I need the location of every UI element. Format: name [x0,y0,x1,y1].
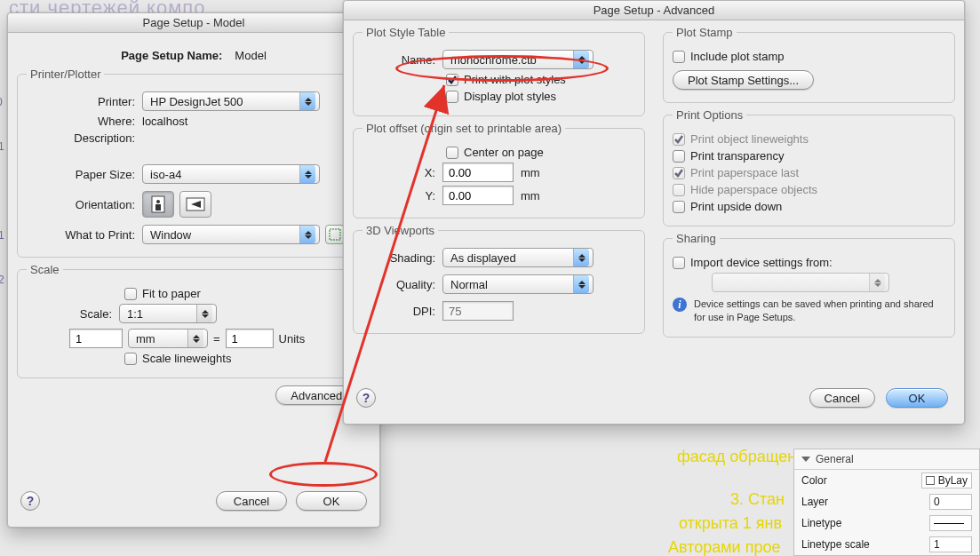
prop-linetype-value[interactable] [929,515,972,531]
background-text: Авторами прое [668,535,780,556]
display-plot-styles-checkbox[interactable]: Display plot styles [446,90,556,103]
properties-group-header[interactable]: General [794,449,979,470]
dialog-page-setup-advanced: Page Setup - Advanced Plot Style Table N… [343,0,965,425]
dpi-input [442,301,514,321]
group-legend: Plot Stamp [673,26,737,39]
print-lineweights-checkbox: Print object lineweights [673,132,809,146]
group-legend: Printer/Plotter [27,68,104,81]
offset-y-unit: mm [521,189,540,203]
page-setup-name-value: Model [235,49,266,62]
center-on-page-label: Center on page [464,146,544,159]
prop-linetype-label: Linetype [801,517,841,529]
group-legend: 3D Viewports [363,224,438,237]
printer-select[interactable]: HP DesignJet 500 [142,91,320,111]
center-on-page-checkbox[interactable]: Center on page [446,146,544,159]
what-to-print-label: What to Print: [27,228,142,242]
orientation-landscape-button[interactable] [179,191,211,218]
bg-tick: -1 [0,229,4,242]
fit-to-paper-label: Fit to paper [142,287,201,300]
selection-icon [329,228,341,241]
include-plot-stamp-label: Include plot stamp [690,50,785,63]
print-transparency-label: Print transparency [690,149,785,163]
hide-paperspace-checkbox: Hide paperspace objects [673,183,817,196]
window-title: Page Setup - Advanced [344,1,964,20]
what-to-print-value: Window [150,228,191,242]
group-plot-offset: Plot offset (origin set to printable are… [353,122,645,218]
print-with-plot-styles-checkbox[interactable]: Print with plot styles [446,73,566,86]
dropdown-arrows-icon [869,274,885,291]
hide-paperspace-label: Hide paperspace objects [690,183,817,196]
ctb-name-value: monochrome.ctb [450,53,537,67]
fit-to-paper-checkbox[interactable]: Fit to paper [124,287,201,300]
portrait-icon [151,195,165,213]
help-button[interactable]: ? [356,388,376,408]
group-printer-plotter: Printer/Plotter Printer: HP DesignJet 50… [17,68,370,258]
where-label: Where: [27,115,142,128]
background-text: открыта 1 янв [679,511,782,536]
properties-header-label: General [816,453,854,465]
what-to-print-select[interactable]: Window [142,225,320,244]
import-device-settings-checkbox[interactable]: Import device settings from: [673,256,833,269]
color-swatch-icon [926,476,935,485]
svg-point-1 [156,200,160,203]
offset-x-label: X: [363,166,442,179]
orientation-portrait-button[interactable] [142,191,174,218]
ok-button[interactable]: OK [296,491,367,511]
group-print-options: Print Options Print object lineweights P… [663,108,955,226]
group-plot-style-table: Plot Style Table Name: monochrome.ctb Pr… [353,26,645,116]
window-title: Page Setup - Model [8,13,379,33]
plot-stamp-settings-button[interactable]: Plot Stamp Settings... [673,70,814,90]
paper-size-select[interactable]: iso-a4 [142,164,320,184]
bg-tick: -2 [0,274,4,286]
scale-unit-value: mm [136,332,155,346]
scale-label: Scale: [27,307,119,321]
printer-label: Printer: [27,95,142,108]
dropdown-arrows-icon [299,226,315,243]
svg-rect-2 [155,204,161,210]
page-setup-name-label: Page Setup Name: [121,49,229,62]
offset-y-input[interactable] [442,186,514,205]
cancel-button[interactable]: Cancel [216,491,287,511]
dropdown-arrows-icon [196,305,212,322]
ctb-name-select[interactable]: monochrome.ctb [442,50,594,69]
group-plot-stamp: Plot Stamp Include plot stamp Plot Stamp… [663,26,955,103]
offset-x-input[interactable] [442,163,514,182]
scale-lineweights-checkbox[interactable]: Scale lineweights [124,352,231,365]
offset-x-unit: mm [521,166,540,179]
quality-select[interactable]: Normal [442,274,594,294]
prop-linetype-scale-value[interactable]: 1 [929,536,972,552]
scale-select[interactable]: 1:1 [119,304,217,323]
scale-unit-select[interactable]: mm [128,329,208,348]
prop-color-value[interactable]: ByLay [921,473,972,488]
printer-value: HP DesignJet 500 [150,95,243,108]
units-label: Units [279,332,306,346]
help-button[interactable]: ? [20,491,40,511]
dropdown-arrows-icon [187,330,203,347]
include-plot-stamp-checkbox[interactable]: Include plot stamp [673,50,785,63]
shading-select[interactable]: As displayed [442,248,594,267]
group-scale: Scale Fit to paper Scale: 1:1 mm = Units [17,263,370,378]
group-legend: Plot Style Table [363,26,449,39]
paper-size-value: iso-a4 [150,168,181,181]
prop-layer-value[interactable]: 0 [929,494,972,510]
ctb-name-label: Name: [363,53,442,67]
scale-right-input[interactable] [226,329,274,348]
description-label: Description: [27,131,142,145]
scale-value: 1:1 [127,307,143,321]
ok-button[interactable]: OK [886,388,948,408]
dropdown-arrows-icon [573,51,589,68]
scale-left-input[interactable] [69,329,123,348]
sharing-hint-text: Device settings can be saved when printi… [694,298,934,324]
equals-label: = [213,332,220,346]
print-transparency-checkbox[interactable]: Print transparency [673,149,785,163]
print-with-plot-styles-label: Print with plot styles [464,73,566,86]
print-paperspace-label: Print paperspace last [690,166,799,179]
svg-rect-4 [330,229,340,240]
display-plot-styles-label: Display plot styles [464,90,556,103]
print-upside-down-checkbox[interactable]: Print upside down [673,200,782,213]
cancel-button[interactable]: Cancel [809,388,875,408]
orientation-label: Orientation: [27,198,142,211]
pick-window-button[interactable] [325,225,345,244]
print-paperspace-checkbox: Print paperspace last [673,166,799,179]
dropdown-arrows-icon [299,165,315,183]
